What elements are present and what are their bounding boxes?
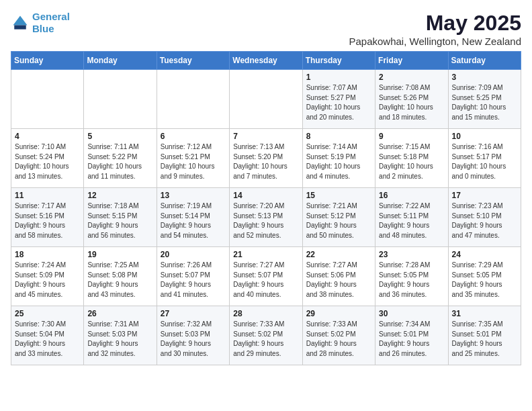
day-number: 16: [379, 191, 444, 200]
day-info: Sunrise: 7:23 AM Sunset: 5:10 PM Dayligh…: [452, 201, 517, 240]
day-info: Sunrise: 7:32 AM Sunset: 5:03 PM Dayligh…: [161, 320, 226, 359]
day-number: 26: [87, 309, 152, 318]
day-number: 21: [233, 250, 298, 259]
calendar-cell: 11Sunrise: 7:17 AM Sunset: 5:16 PM Dayli…: [11, 188, 84, 247]
day-number: 15: [306, 191, 371, 200]
weekday-header-monday: Monday: [84, 52, 157, 70]
calendar-cell: 24Sunrise: 7:29 AM Sunset: 5:05 PM Dayli…: [448, 247, 521, 306]
day-number: 28: [233, 309, 298, 318]
calendar-cell: [11, 70, 84, 129]
day-info: Sunrise: 7:21 AM Sunset: 5:12 PM Dayligh…: [306, 201, 371, 240]
calendar-cell: 28Sunrise: 7:33 AM Sunset: 5:02 PM Dayli…: [230, 306, 302, 365]
day-number: 27: [161, 309, 226, 318]
weekday-header-sunday: Sunday: [11, 52, 84, 70]
calendar-cell: 8Sunrise: 7:14 AM Sunset: 5:19 PM Daylig…: [302, 129, 375, 188]
day-number: 11: [15, 191, 80, 200]
weekday-header-row: SundayMondayTuesdayWednesdayThursdayFrid…: [11, 52, 521, 70]
title-block: May 2025 Papakowhai, Wellington, New Zea…: [349, 11, 521, 47]
week-row-1: 1Sunrise: 7:07 AM Sunset: 5:27 PM Daylig…: [11, 70, 521, 129]
calendar-cell: 20Sunrise: 7:26 AM Sunset: 5:07 PM Dayli…: [157, 247, 229, 306]
weekday-header-tuesday: Tuesday: [157, 52, 229, 70]
calendar-cell: 15Sunrise: 7:21 AM Sunset: 5:12 PM Dayli…: [302, 188, 375, 247]
day-info: Sunrise: 7:08 AM Sunset: 5:26 PM Dayligh…: [379, 83, 444, 122]
day-info: Sunrise: 7:30 AM Sunset: 5:04 PM Dayligh…: [15, 320, 80, 359]
day-info: Sunrise: 7:16 AM Sunset: 5:17 PM Dayligh…: [452, 142, 517, 181]
week-row-4: 18Sunrise: 7:24 AM Sunset: 5:09 PM Dayli…: [11, 247, 521, 306]
calendar-cell: 18Sunrise: 7:24 AM Sunset: 5:09 PM Dayli…: [11, 247, 84, 306]
weekday-header-wednesday: Wednesday: [230, 52, 302, 70]
month-title: May 2025: [349, 11, 521, 36]
calendar-cell: 13Sunrise: 7:19 AM Sunset: 5:14 PM Dayli…: [157, 188, 229, 247]
logo-line1: General: [32, 11, 70, 22]
day-number: 22: [306, 250, 371, 259]
calendar-cell: [230, 70, 302, 129]
day-info: Sunrise: 7:33 AM Sunset: 5:02 PM Dayligh…: [233, 320, 298, 359]
day-number: 23: [379, 250, 444, 259]
calendar-cell: 9Sunrise: 7:15 AM Sunset: 5:18 PM Daylig…: [375, 129, 448, 188]
day-number: 3: [452, 73, 517, 82]
calendar-cell: 4Sunrise: 7:10 AM Sunset: 5:24 PM Daylig…: [11, 129, 84, 188]
calendar-cell: 16Sunrise: 7:22 AM Sunset: 5:11 PM Dayli…: [375, 188, 448, 247]
day-info: Sunrise: 7:15 AM Sunset: 5:18 PM Dayligh…: [379, 142, 444, 181]
day-number: 30: [379, 309, 444, 318]
day-number: 6: [161, 132, 226, 141]
day-info: Sunrise: 7:34 AM Sunset: 5:01 PM Dayligh…: [379, 320, 444, 359]
calendar-cell: 31Sunrise: 7:35 AM Sunset: 5:01 PM Dayli…: [448, 306, 521, 365]
day-info: Sunrise: 7:14 AM Sunset: 5:19 PM Dayligh…: [306, 142, 371, 181]
day-number: 24: [452, 250, 517, 259]
calendar-cell: 25Sunrise: 7:30 AM Sunset: 5:04 PM Dayli…: [11, 306, 84, 365]
day-number: 12: [87, 191, 152, 200]
calendar-cell: [84, 70, 157, 129]
day-number: 20: [161, 250, 226, 259]
day-number: 31: [452, 309, 517, 318]
logo-icon: [11, 13, 30, 32]
calendar-table: SundayMondayTuesdayWednesdayThursdayFrid…: [11, 51, 521, 365]
logo: General Blue: [11, 11, 70, 35]
calendar-cell: 3Sunrise: 7:09 AM Sunset: 5:25 PM Daylig…: [448, 70, 521, 129]
calendar-cell: 22Sunrise: 7:27 AM Sunset: 5:06 PM Dayli…: [302, 247, 375, 306]
calendar-cell: [157, 70, 229, 129]
day-info: Sunrise: 7:12 AM Sunset: 5:21 PM Dayligh…: [161, 142, 226, 181]
weekday-header-friday: Friday: [375, 52, 448, 70]
calendar-cell: 27Sunrise: 7:32 AM Sunset: 5:03 PM Dayli…: [157, 306, 229, 365]
calendar-cell: 1Sunrise: 7:07 AM Sunset: 5:27 PM Daylig…: [302, 70, 375, 129]
logo-line2: Blue: [32, 23, 54, 34]
day-number: 17: [452, 191, 517, 200]
day-info: Sunrise: 7:29 AM Sunset: 5:05 PM Dayligh…: [452, 261, 517, 300]
weekday-header-thursday: Thursday: [302, 52, 375, 70]
logo-text: General Blue: [32, 11, 70, 35]
calendar-cell: 6Sunrise: 7:12 AM Sunset: 5:21 PM Daylig…: [157, 129, 229, 188]
weekday-header-saturday: Saturday: [448, 52, 521, 70]
day-info: Sunrise: 7:24 AM Sunset: 5:09 PM Dayligh…: [15, 261, 80, 300]
calendar-cell: 2Sunrise: 7:08 AM Sunset: 5:26 PM Daylig…: [375, 70, 448, 129]
day-number: 1: [306, 73, 371, 82]
calendar-cell: 17Sunrise: 7:23 AM Sunset: 5:10 PM Dayli…: [448, 188, 521, 247]
day-number: 29: [306, 309, 371, 318]
day-info: Sunrise: 7:07 AM Sunset: 5:27 PM Dayligh…: [306, 83, 371, 122]
day-info: Sunrise: 7:13 AM Sunset: 5:20 PM Dayligh…: [233, 142, 298, 181]
week-row-2: 4Sunrise: 7:10 AM Sunset: 5:24 PM Daylig…: [11, 129, 521, 188]
day-info: Sunrise: 7:17 AM Sunset: 5:16 PM Dayligh…: [15, 201, 80, 240]
day-number: 7: [233, 132, 298, 141]
location-title: Papakowhai, Wellington, New Zealand: [349, 36, 521, 47]
calendar-cell: 10Sunrise: 7:16 AM Sunset: 5:17 PM Dayli…: [448, 129, 521, 188]
day-info: Sunrise: 7:09 AM Sunset: 5:25 PM Dayligh…: [452, 83, 517, 122]
day-number: 4: [15, 132, 80, 141]
day-info: Sunrise: 7:19 AM Sunset: 5:14 PM Dayligh…: [161, 201, 226, 240]
calendar-cell: 7Sunrise: 7:13 AM Sunset: 5:20 PM Daylig…: [230, 129, 302, 188]
day-number: 25: [15, 309, 80, 318]
day-info: Sunrise: 7:27 AM Sunset: 5:06 PM Dayligh…: [306, 261, 371, 300]
day-number: 5: [87, 132, 152, 141]
day-info: Sunrise: 7:22 AM Sunset: 5:11 PM Dayligh…: [379, 201, 444, 240]
calendar-cell: 29Sunrise: 7:33 AM Sunset: 5:02 PM Dayli…: [302, 306, 375, 365]
day-info: Sunrise: 7:35 AM Sunset: 5:01 PM Dayligh…: [452, 320, 517, 359]
day-number: 2: [379, 73, 444, 82]
calendar-cell: 14Sunrise: 7:20 AM Sunset: 5:13 PM Dayli…: [230, 188, 302, 247]
day-info: Sunrise: 7:26 AM Sunset: 5:07 PM Dayligh…: [161, 261, 226, 300]
svg-rect-2: [14, 26, 26, 30]
day-number: 10: [452, 132, 517, 141]
calendar-cell: 12Sunrise: 7:18 AM Sunset: 5:15 PM Dayli…: [84, 188, 157, 247]
day-info: Sunrise: 7:28 AM Sunset: 5:05 PM Dayligh…: [379, 261, 444, 300]
day-info: Sunrise: 7:31 AM Sunset: 5:03 PM Dayligh…: [87, 320, 152, 359]
day-number: 14: [233, 191, 298, 200]
